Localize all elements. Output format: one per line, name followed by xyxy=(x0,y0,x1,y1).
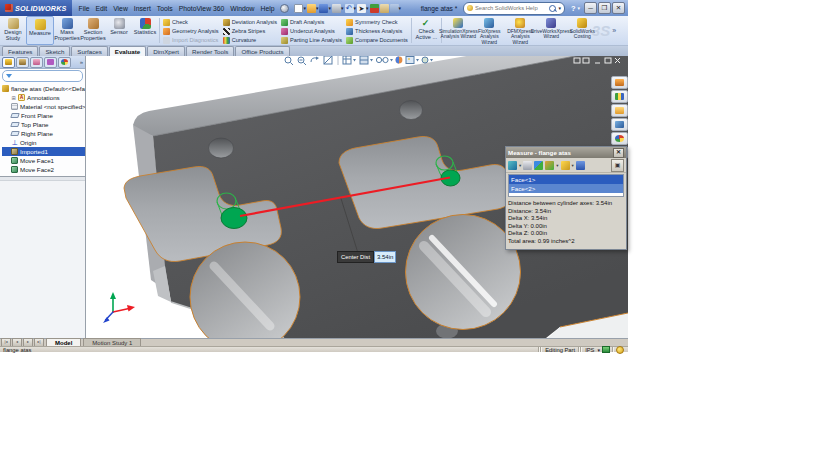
tab-surfaces[interactable]: Surfaces xyxy=(71,46,107,56)
tab-features[interactable]: Features xyxy=(2,46,38,56)
help-dropdown-arrow[interactable]: ▾ xyxy=(577,5,580,11)
deviation-analysis-button[interactable]: Deviation Analysis xyxy=(223,18,277,26)
expand-toggle[interactable]: ⊞ xyxy=(11,95,16,101)
draft-analysis-button[interactable]: Draft Analysis xyxy=(281,18,342,26)
undo-button[interactable]: ↶▾ xyxy=(345,4,357,13)
tab-render-tools[interactable]: Render Tools xyxy=(186,46,234,56)
tab-sketch[interactable]: Sketch xyxy=(39,46,70,56)
featuremanager-tab[interactable] xyxy=(2,57,15,68)
open-button[interactable]: ▾ xyxy=(307,4,319,13)
measure-close-button[interactable]: ✕ xyxy=(613,148,624,158)
restore-button[interactable]: ❐ xyxy=(598,2,611,14)
tree-item-imported1[interactable]: Imported1 xyxy=(2,147,85,156)
displaymanager-tab[interactable] xyxy=(58,57,71,68)
configurationmanager-tab[interactable] xyxy=(30,57,43,68)
tree-filter-box[interactable] xyxy=(2,70,83,82)
options-button[interactable]: ▾ xyxy=(390,4,402,13)
menu-photoview[interactable]: PhotoView 360 xyxy=(176,4,228,13)
tree-filter-input[interactable] xyxy=(14,72,79,80)
units-precision-icon[interactable] xyxy=(523,161,532,170)
small-hole-left[interactable] xyxy=(209,138,234,158)
floxpress-button[interactable]: FloXpress Analysis Wizard xyxy=(474,16,505,45)
show-xyz-icon[interactable] xyxy=(534,161,543,170)
rebuild-button[interactable] xyxy=(370,4,379,13)
undercut-analysis-button[interactable]: Undercut Analysis xyxy=(281,27,342,35)
check-button[interactable]: Check xyxy=(163,18,219,26)
design-study-button[interactable]: Design Study xyxy=(0,16,26,45)
tab-evaluate[interactable]: Evaluate xyxy=(109,46,146,56)
simulationxpress-button[interactable]: SimulationXpress Analysis Wizard xyxy=(443,16,474,45)
projection-icon[interactable] xyxy=(561,161,570,170)
menu-view[interactable]: View xyxy=(110,4,131,13)
tree-item-move-face2[interactable]: Move Face2 xyxy=(2,165,85,174)
import-diagnostics-button[interactable]: Import Diagnostics xyxy=(163,36,219,44)
help-search-box[interactable]: ▾ xyxy=(463,2,565,15)
thickness-analysis-button[interactable]: Thickness Analysis xyxy=(346,27,408,35)
close-button[interactable]: ✕ xyxy=(612,2,625,14)
help-button[interactable]: ? xyxy=(571,4,576,13)
menu-tools[interactable]: Tools xyxy=(154,4,176,13)
dropdown-arrow[interactable]: ▾ xyxy=(519,163,521,168)
small-hole-right[interactable] xyxy=(400,101,423,120)
measure-dialog-titlebar[interactable]: Measure - flange atas ✕ xyxy=(506,147,626,158)
tree-item-material[interactable]: Material <not specified> xyxy=(2,102,85,111)
point-to-point-icon[interactable] xyxy=(545,161,554,170)
solidworks-resources-button[interactable] xyxy=(611,76,628,89)
tree-item-move-face1[interactable]: Move Face1 xyxy=(2,156,85,165)
measure-save-icon[interactable] xyxy=(576,161,585,170)
tree-item-right-plane[interactable]: Right Plane xyxy=(2,129,85,138)
compare-documents-button[interactable]: Compare Documents xyxy=(346,36,408,44)
selection-face-2[interactable]: Face<2> xyxy=(509,184,623,193)
tree-item-front-plane[interactable]: Front Plane xyxy=(2,111,85,120)
propertymanager-tab[interactable] xyxy=(16,57,29,68)
appearances-button[interactable] xyxy=(611,132,628,145)
zebra-stripes-button[interactable]: Zebra Stripes xyxy=(223,27,277,35)
arc-measure-icon[interactable] xyxy=(508,161,517,170)
panel-overflow-chevron[interactable]: » xyxy=(80,59,83,65)
geometry-analysis-button[interactable]: Geometry Analysis xyxy=(163,27,219,35)
search-icon[interactable] xyxy=(549,5,556,12)
ribbon-overflow-chevron[interactable]: » xyxy=(612,27,616,34)
tree-item-top-plane[interactable]: Top Plane xyxy=(2,120,85,129)
dropdown-arrow[interactable]: ▾ xyxy=(572,163,574,168)
dimxpertmanager-tab[interactable] xyxy=(44,57,57,68)
design-library-button[interactable] xyxy=(611,90,628,103)
save-button[interactable]: ▾ xyxy=(319,4,331,13)
new-button[interactable]: ▾ xyxy=(294,4,306,13)
statistics-button[interactable]: Statistics xyxy=(132,16,158,45)
menu-edit[interactable]: Edit xyxy=(92,4,110,13)
dropdown-arrow[interactable]: ▾ xyxy=(556,163,558,168)
units-dropdown-arrow[interactable]: ▾ xyxy=(597,347,600,353)
status-units[interactable]: IPS xyxy=(582,347,597,353)
tab-office-products[interactable]: Office Products xyxy=(235,46,289,56)
measure-pin-button[interactable]: ▣ xyxy=(611,159,624,172)
minimize-button[interactable]: ─ xyxy=(584,2,597,14)
menu-window[interactable]: Window xyxy=(227,4,257,13)
mass-properties-button[interactable]: Mass Properties xyxy=(54,16,80,45)
menu-pin-icon[interactable] xyxy=(280,4,289,13)
tree-item-origin[interactable]: ⊥ Origin xyxy=(2,138,85,147)
sensor-button[interactable]: Sensor xyxy=(106,16,132,45)
search-input[interactable] xyxy=(475,5,547,11)
tree-root[interactable]: flange atas (Default<<Default>_ xyxy=(2,84,85,93)
edit-appearance-icon[interactable] xyxy=(396,57,403,64)
check-active-button[interactable]: ✓ Check Active ... xyxy=(413,16,440,45)
tab-dimxpert[interactable]: DimXpert xyxy=(147,46,185,56)
status-tag-icon[interactable] xyxy=(602,346,610,353)
tree-item-annotations[interactable]: ⊞ A Annotations xyxy=(2,93,85,102)
curvature-button[interactable]: Curvature xyxy=(223,36,277,44)
driveworksxpress-button[interactable]: DriveWorksXpress Wizard xyxy=(536,16,567,45)
measure-button[interactable]: Measure xyxy=(26,16,54,45)
select-button[interactable]: ➤▾ xyxy=(357,4,369,13)
section-properties-button[interactable]: Section Properties xyxy=(80,16,106,45)
symmetry-check-button[interactable]: Symmetry Check xyxy=(346,18,408,26)
print-button[interactable]: ▾ xyxy=(332,4,344,13)
search-dropdown-arrow[interactable]: ▾ xyxy=(558,5,561,11)
file-properties-button[interactable] xyxy=(380,4,389,13)
file-explorer-button[interactable] xyxy=(611,104,628,117)
status-help-icon[interactable] xyxy=(616,346,624,354)
parting-line-analysis-button[interactable]: Parting Line Analysis xyxy=(281,36,342,44)
menu-file[interactable]: File xyxy=(76,4,93,13)
search-pane-button[interactable] xyxy=(611,118,628,131)
measure-selection-list[interactable]: Face<1> Face<2> xyxy=(508,174,624,197)
